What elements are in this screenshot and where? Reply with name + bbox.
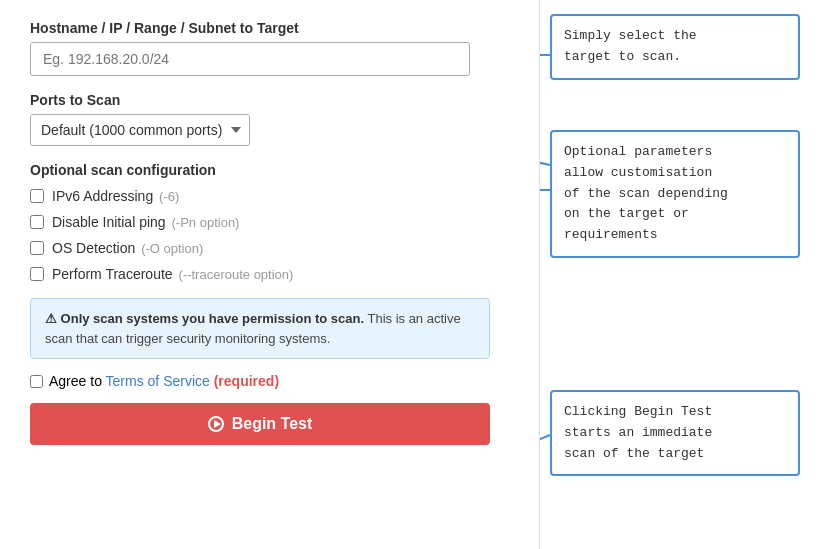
- callout-2-text: Optional parameters allow customisation …: [564, 144, 728, 242]
- ipv6-sub: (-6): [159, 189, 179, 204]
- checkbox-row-ipv6: IPv6 Addressing (-6): [30, 188, 509, 204]
- optional-title: Optional scan configuration: [30, 162, 509, 178]
- play-icon: [208, 416, 224, 432]
- tos-link[interactable]: Terms of Service: [106, 373, 210, 389]
- ping-label: Disable Initial ping: [52, 214, 166, 230]
- begin-test-label: Begin Test: [232, 415, 313, 433]
- checkbox-row-trace: Perform Traceroute (--traceroute option): [30, 266, 509, 282]
- ports-label: Ports to Scan: [30, 92, 509, 108]
- right-panel: Simply select the target to scan. Option…: [540, 0, 830, 549]
- trace-label: Perform Traceroute: [52, 266, 173, 282]
- warning-strong: ⚠ Only scan systems you have permission …: [45, 311, 364, 326]
- callout-1-text: Simply select the target to scan.: [564, 28, 697, 64]
- tos-checkbox[interactable]: [30, 375, 43, 388]
- os-checkbox[interactable]: [30, 241, 44, 255]
- ports-group: Ports to Scan Default (1000 common ports…: [30, 92, 509, 146]
- hostname-label: Hostname / IP / Range / Subnet to Target: [30, 20, 509, 36]
- ping-sub: (-Pn option): [172, 215, 240, 230]
- os-sub: (-O option): [141, 241, 203, 256]
- tos-required: (required): [214, 373, 279, 389]
- warning-box: ⚠ Only scan systems you have permission …: [30, 298, 490, 359]
- tos-row: Agree to Terms of Service (required): [30, 373, 509, 389]
- trace-checkbox[interactable]: [30, 267, 44, 281]
- begin-test-button[interactable]: Begin Test: [30, 403, 490, 445]
- optional-section: Optional scan configuration IPv6 Address…: [30, 162, 509, 282]
- checkbox-row-ping: Disable Initial ping (-Pn option): [30, 214, 509, 230]
- tos-prefix: Agree to: [49, 373, 106, 389]
- ipv6-label: IPv6 Addressing: [52, 188, 153, 204]
- ipv6-checkbox[interactable]: [30, 189, 44, 203]
- callout-box-3: Clicking Begin Test starts an immediate …: [550, 390, 800, 476]
- callout-box-2: Optional parameters allow customisation …: [550, 130, 800, 258]
- checkbox-row-os: OS Detection (-O option): [30, 240, 509, 256]
- ports-select[interactable]: Default (1000 common ports) All Ports (1…: [30, 114, 250, 146]
- os-label: OS Detection: [52, 240, 135, 256]
- callout-box-1: Simply select the target to scan.: [550, 14, 800, 80]
- hostname-input[interactable]: [30, 42, 470, 76]
- ping-checkbox[interactable]: [30, 215, 44, 229]
- hostname-group: Hostname / IP / Range / Subnet to Target: [30, 20, 509, 76]
- warning-text: ⚠ Only scan systems you have permission …: [45, 311, 461, 346]
- trace-sub: (--traceroute option): [179, 267, 294, 282]
- left-panel: Hostname / IP / Range / Subnet to Target…: [0, 0, 540, 549]
- callout-3-text: Clicking Begin Test starts an immediate …: [564, 404, 712, 461]
